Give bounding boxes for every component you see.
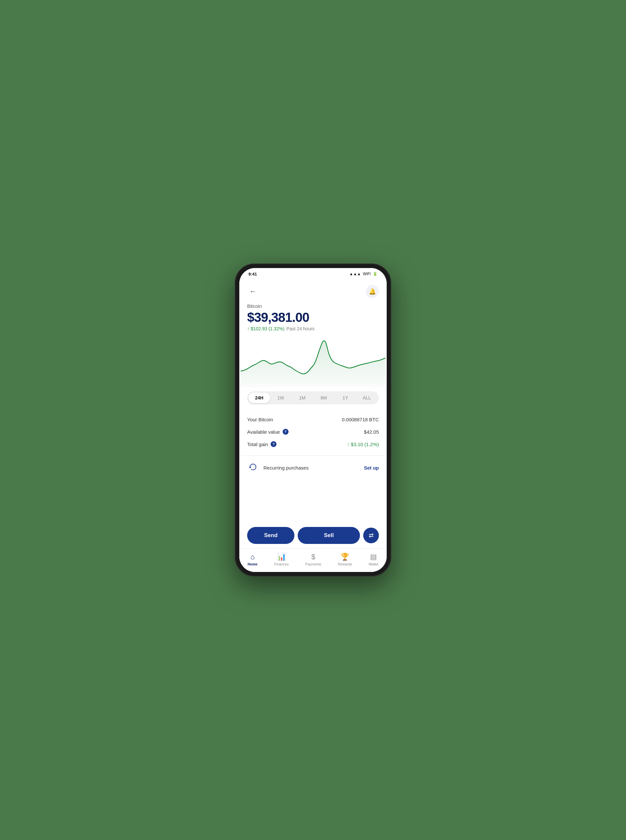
wallet-icon: ▤: [370, 553, 377, 561]
nav-label-wallet: Wallet: [368, 562, 378, 566]
total-gain-info-badge[interactable]: ?: [271, 441, 277, 447]
nav-item-payments[interactable]: $ Payments: [301, 551, 325, 568]
time-btn-6m[interactable]: 6M: [313, 393, 335, 403]
change-percent: 1.32%: [270, 326, 283, 331]
recurring-label: Recurring purchases: [263, 465, 359, 471]
coin-price: $39,381.00: [247, 310, 379, 325]
finances-icon: 📊: [277, 553, 286, 561]
chart-svg: [241, 335, 385, 387]
nav-label-rewards: Rewards: [338, 562, 352, 566]
back-button[interactable]: ←: [247, 286, 259, 297]
total-gain-value: ↑ $3.10 (1.2%): [347, 441, 379, 447]
nav-item-home[interactable]: ⌂ Home: [244, 551, 261, 568]
rewards-icon: 🏆: [340, 553, 349, 561]
notification-button[interactable]: 🔔: [366, 285, 379, 298]
header: ← 🔔: [239, 280, 387, 301]
available-info-badge[interactable]: ?: [283, 429, 288, 435]
status-bar: 9:41 ▲▲▲ WiFi 🔋: [239, 268, 387, 280]
bitcoin-stat-row: Your Bitcoin 0.00088718 BTC: [247, 413, 379, 425]
action-bar: Send Sell ⇄: [239, 523, 387, 549]
nav-label-payments: Payments: [305, 562, 321, 566]
recurring-svg: [248, 462, 258, 473]
recurring-section: Recurring purchases Set up: [239, 456, 387, 479]
time-filter: 24H 1W 1M 6M 1Y ALL: [247, 391, 379, 404]
price-change: ↑ $102.93 (1.32%) Past 24 hours: [247, 326, 379, 331]
time-btn-1m[interactable]: 1M: [291, 393, 313, 403]
wifi-icon: WiFi: [363, 272, 371, 276]
total-gain-label: Total gain ?: [247, 441, 277, 447]
time-btn-1y[interactable]: 1Y: [335, 393, 356, 403]
available-label: Available value ?: [247, 429, 288, 435]
payments-icon: $: [311, 553, 315, 561]
nav-item-wallet[interactable]: ▤ Wallet: [365, 551, 382, 568]
phone-screen: 9:41 ▲▲▲ WiFi 🔋 ← 🔔 Bitcoin $39,381.00: [239, 268, 387, 572]
price-chart: [239, 335, 387, 387]
swap-icon: ⇄: [369, 532, 374, 539]
time-btn-24h[interactable]: 24H: [249, 393, 270, 403]
bottom-nav: ⌂ Home 📊 Finances $ Payments 🏆 Rewards ▤: [239, 549, 387, 572]
bitcoin-label: Your Bitcoin: [247, 417, 273, 422]
available-value: $42.05: [364, 429, 379, 435]
coin-name: Bitcoin: [247, 303, 379, 309]
time-btn-1w[interactable]: 1W: [270, 393, 291, 403]
home-icon: ⌂: [250, 553, 255, 561]
nav-item-rewards[interactable]: 🏆 Rewards: [334, 551, 356, 568]
status-time: 9:41: [249, 272, 257, 277]
nav-label-finances: Finances: [274, 562, 289, 566]
nav-label-home: Home: [247, 562, 258, 566]
nav-item-finances[interactable]: 📊 Finances: [270, 551, 293, 568]
bell-icon: 🔔: [369, 288, 376, 295]
back-arrow-icon: ←: [249, 287, 257, 296]
phone-frame: 9:41 ▲▲▲ WiFi 🔋 ← 🔔 Bitcoin $39,381.00: [235, 263, 391, 577]
time-btn-all[interactable]: ALL: [356, 393, 377, 403]
setup-link[interactable]: Set up: [364, 465, 379, 471]
signal-icon: ▲▲▲: [349, 272, 361, 276]
change-amount: $102.93: [251, 326, 268, 331]
screen-content: ← 🔔 Bitcoin $39,381.00 ↑ $102.93 (1.32%)…: [239, 280, 387, 572]
battery-icon: 🔋: [372, 272, 377, 276]
recurring-icon: [247, 462, 259, 474]
bitcoin-value: 0.00088718 BTC: [342, 417, 379, 422]
change-period: Past 24 hours: [286, 326, 314, 331]
available-stat-row: Available value ? $42.05: [247, 425, 379, 438]
sell-button[interactable]: Sell: [298, 527, 360, 544]
send-button[interactable]: Send: [247, 527, 294, 544]
price-section: Bitcoin $39,381.00 ↑ $102.93 (1.32%) Pas…: [239, 301, 387, 335]
status-icons: ▲▲▲ WiFi 🔋: [349, 272, 377, 276]
up-arrow-icon: ↑: [247, 326, 249, 331]
swap-button[interactable]: ⇄: [363, 528, 379, 543]
stats-section: Your Bitcoin 0.00088718 BTC Available va…: [239, 408, 387, 455]
total-gain-stat-row: Total gain ? ↑ $3.10 (1.2%): [247, 438, 379, 451]
change-positive: ↑ $102.93 (1.32%): [247, 326, 284, 331]
